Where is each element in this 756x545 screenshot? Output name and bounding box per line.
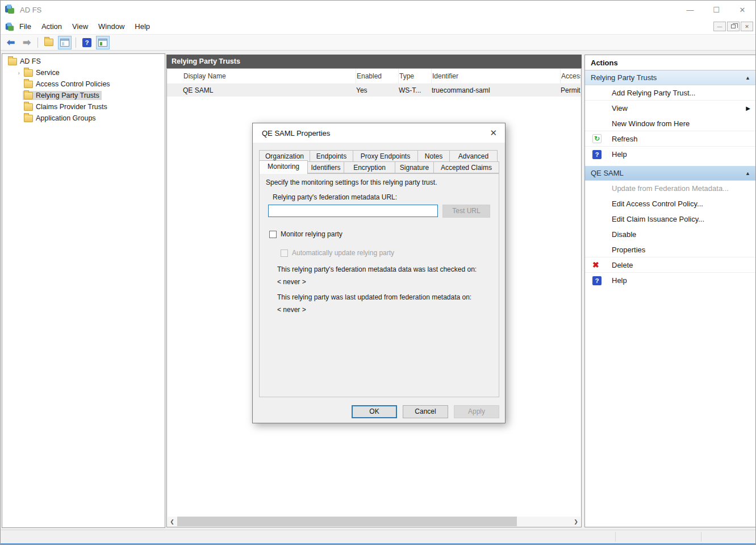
action-help-group1[interactable]: ?Help: [585, 147, 756, 162]
tree-item-claims-provider-trusts[interactable]: Claims Provider Trusts: [2, 101, 165, 113]
action-refresh[interactable]: ↻Refresh: [585, 131, 756, 147]
expand-chevron-icon[interactable]: ›: [15, 69, 23, 76]
action-label: Disable: [612, 230, 636, 239]
menu-bar: File Action View Window Help — ✕: [1, 19, 755, 35]
checkbox-label: Automatically update relying party: [292, 249, 394, 257]
minimize-icon[interactable]: —: [677, 1, 703, 19]
close-icon[interactable]: ✕: [729, 1, 755, 19]
monitor-relying-party-row[interactable]: Monitor relying party: [269, 230, 343, 238]
dialog-title-bar[interactable]: QE SAML Properties ✕: [253, 123, 505, 143]
apply-button: Apply: [454, 405, 499, 418]
delete-icon: ✖: [592, 260, 599, 269]
actions-group-qe-saml[interactable]: QE SAML ▲: [585, 166, 756, 181]
tree-item-relying-party-trusts[interactable]: Relying Party Trusts: [2, 90, 165, 101]
menu-help[interactable]: Help: [130, 19, 155, 35]
statusbar-separator: [701, 532, 701, 542]
folder-icon: [24, 81, 33, 88]
tree-item-label: Claims Provider Trusts: [36, 103, 107, 111]
folder-icon: [24, 103, 33, 111]
tab-identifiers[interactable]: Identifiers: [308, 161, 344, 173]
dialog-close-icon[interactable]: ✕: [490, 128, 497, 138]
horizontal-scrollbar[interactable]: ❮ ❯: [168, 517, 580, 526]
auto-update-checkbox: [281, 249, 288, 257]
forward-arrow-icon[interactable]: ➡: [20, 36, 34, 49]
action-update-from-federation-metadata: Update from Federation Metadata...: [585, 181, 756, 196]
show-action-pane-icon[interactable]: [96, 36, 110, 49]
menu-action[interactable]: Action: [36, 19, 67, 35]
tab-advanced[interactable]: Advanced: [450, 150, 498, 162]
toolbar-separator: [76, 38, 76, 48]
adfs-app-icon: [5, 5, 15, 15]
toolbar: ⬅ ➡ ?: [1, 35, 755, 51]
menu-window[interactable]: Window: [93, 19, 130, 35]
scrollbar-track[interactable]: [177, 517, 571, 526]
results-pane-title: Relying Party Trusts: [166, 55, 582, 68]
action-delete[interactable]: ✖Delete: [585, 257, 756, 273]
table-row[interactable]: QE SAML Yes WS-T... truecommand-saml Per…: [167, 84, 581, 97]
folder-icon: [24, 115, 33, 122]
mdi-restore-icon[interactable]: [727, 22, 740, 31]
title-bar: AD FS — ☐ ✕: [1, 1, 755, 19]
scrollbar-thumb[interactable]: [177, 517, 517, 526]
test-url-button: Test URL: [442, 205, 490, 218]
action-help-group2[interactable]: ?Help: [585, 273, 756, 288]
mdi-minimize-icon[interactable]: —: [713, 22, 726, 31]
column-type[interactable]: Type: [399, 69, 432, 84]
action-label: Add Relying Party Trust...: [612, 89, 695, 97]
action-new-window-from-here[interactable]: New Window from Here: [585, 116, 756, 131]
tab-encryption[interactable]: Encryption: [344, 161, 395, 173]
collapse-caret-icon[interactable]: ▲: [745, 75, 750, 81]
tree-item-label: Service: [36, 69, 60, 77]
tab-proxy-endpoints[interactable]: Proxy Endpoints: [353, 150, 418, 162]
column-enabled[interactable]: Enabled: [356, 69, 399, 84]
help-icon: ?: [592, 276, 602, 285]
column-access[interactable]: Access C: [561, 69, 581, 84]
tab-notes[interactable]: Notes: [418, 150, 450, 162]
action-properties[interactable]: Properties: [585, 242, 756, 257]
cell-access: Permit ev: [561, 84, 581, 97]
action-label: Edit Claim Issuance Policy...: [612, 215, 704, 223]
action-disable[interactable]: Disable: [585, 227, 756, 242]
tab-monitoring[interactable]: Monitoring: [259, 160, 308, 174]
action-edit-claim-issuance-policy[interactable]: Edit Claim Issuance Policy...: [585, 211, 756, 227]
cell-enabled: Yes: [356, 84, 399, 97]
metadata-url-input[interactable]: [268, 205, 438, 217]
tab-endpoints[interactable]: Endpoints: [310, 150, 353, 162]
column-display-name[interactable]: Display Name: [183, 69, 356, 84]
tab-accepted-claims[interactable]: Accepted Claims: [434, 161, 499, 173]
cancel-button[interactable]: Cancel: [403, 405, 448, 418]
folder-icon: [8, 58, 17, 65]
last-checked-value: < never >: [277, 278, 306, 286]
collapse-caret-icon[interactable]: ▲: [745, 170, 750, 176]
maximize-icon[interactable]: ☐: [703, 1, 729, 19]
scroll-left-icon[interactable]: ❮: [168, 517, 177, 526]
tree-item-service[interactable]: › Service: [2, 67, 165, 78]
action-label: Edit Access Control Policy...: [612, 199, 703, 208]
dialog-tab-row-front: Monitoring Identifiers Encryption Signat…: [259, 161, 499, 174]
menu-file[interactable]: File: [14, 19, 36, 35]
action-add-relying-party-trust[interactable]: Add Relying Party Trust...: [585, 85, 756, 101]
tree-item-access-control-policies[interactable]: Access Control Policies: [2, 78, 165, 90]
actions-group-relying-party-trusts[interactable]: Relying Party Trusts ▲: [585, 70, 756, 85]
action-view[interactable]: View▶: [585, 101, 756, 116]
tab-signature[interactable]: Signature: [395, 161, 434, 173]
up-one-level-folder-icon[interactable]: [42, 36, 56, 49]
auto-update-row: Automatically update relying party: [281, 249, 394, 257]
back-arrow-icon[interactable]: ⬅: [4, 36, 18, 49]
toolbar-help-icon[interactable]: ?: [80, 36, 94, 49]
statusbar-separator: [615, 532, 616, 542]
tree-root-adfs[interactable]: AD FS: [2, 56, 165, 67]
ok-button[interactable]: OK: [352, 405, 397, 418]
scroll-right-icon[interactable]: ❯: [571, 517, 580, 526]
monitor-relying-party-checkbox[interactable]: [269, 231, 277, 238]
tree-item-application-groups[interactable]: Application Groups: [2, 113, 165, 124]
action-edit-access-control-policy[interactable]: Edit Access Control Policy...: [585, 196, 756, 211]
mdi-close-icon[interactable]: ✕: [741, 22, 753, 31]
app-window: AD FS — ☐ ✕ File Action View Window Help…: [0, 0, 756, 545]
action-label: New Window from Here: [612, 119, 690, 128]
menu-view[interactable]: View: [67, 19, 93, 35]
folder-icon: [24, 92, 33, 99]
show-console-tree-icon[interactable]: [58, 36, 72, 49]
column-identifier[interactable]: Identifier: [432, 69, 561, 84]
monitoring-description: Specify the monitoring settings for this…: [266, 178, 437, 186]
